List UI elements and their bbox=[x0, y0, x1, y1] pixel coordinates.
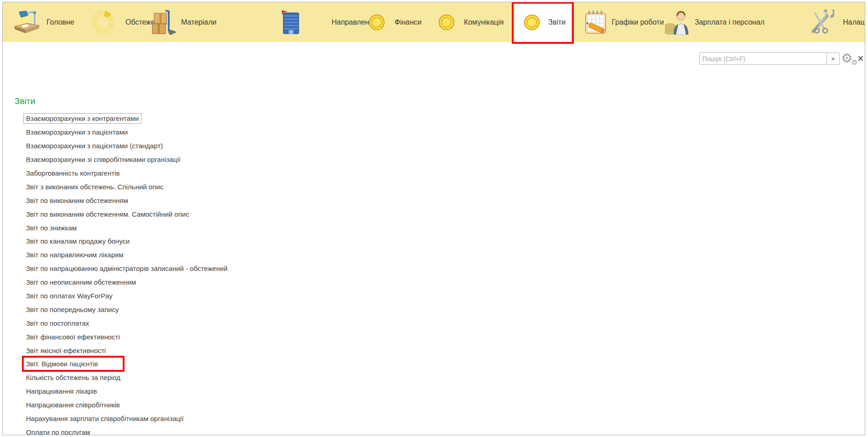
report-link-label: Звіт з виконаних обстежень. Спільний опи… bbox=[26, 183, 163, 191]
tab-home[interactable]: Головне bbox=[13, 2, 74, 42]
report-link-label: Заборгованність контрагентів bbox=[26, 169, 120, 177]
report-link[interactable]: Звіт по виконаним обстеженням. Самостійн… bbox=[3, 207, 865, 221]
report-link-label: Звіт по попередньому запису bbox=[26, 306, 119, 313]
report-link-label: Взаєморозрахунки з пацієнтами (стандарт) bbox=[26, 142, 163, 150]
report-link-label: Звіт по постоплатах bbox=[26, 319, 89, 327]
report-link[interactable]: Взаєморозрахунки з пацієнтами bbox=[3, 125, 865, 139]
tab-label: Фінанси bbox=[395, 18, 421, 26]
app-window: ГоловнеОбстеженняМатеріалиНаправленняФін… bbox=[2, 2, 865, 435]
report-link[interactable]: Оплати по послугам bbox=[3, 425, 865, 435]
report-link[interactable]: Звіт по виконаним обстеженням bbox=[3, 193, 865, 207]
report-link[interactable]: Звіт по оплатах WayForPay bbox=[3, 289, 865, 303]
report-link-label: Звіт по оплатах WayForPay bbox=[26, 292, 113, 300]
coin-icon bbox=[369, 14, 385, 31]
report-link-label: Звіт якісної ефективності bbox=[26, 347, 106, 354]
report-link[interactable]: Звіт фінансової ефективності bbox=[3, 330, 865, 343]
tab-work-schedules[interactable]: Графіки роботи bbox=[583, 2, 664, 42]
report-link-label: Звіт. Відмови пацієнтів bbox=[26, 360, 98, 368]
tab-label: Зарплата і персонал bbox=[695, 18, 764, 26]
report-link[interactable]: Звіт по постоплатах bbox=[3, 316, 865, 330]
person-coins-icon bbox=[664, 10, 691, 35]
report-link-label: Звіт по виконаним обстеженням bbox=[26, 197, 128, 204]
report-link[interactable]: Звіт по неописанним обстеженням bbox=[3, 276, 865, 289]
report-link-label: Звіт по знижкам bbox=[26, 224, 77, 232]
report-link-label: Нарахування зарплати співробітникам орга… bbox=[26, 415, 184, 422]
tools-icon bbox=[808, 10, 834, 35]
report-link[interactable]: Нарахування зарплати співробітникам орга… bbox=[3, 412, 865, 426]
report-link[interactable]: Кількість обстежень за період bbox=[3, 371, 865, 385]
report-link[interactable]: Взаєморозрахунки зі співробітниками орга… bbox=[3, 153, 865, 166]
small-gear-icon: ⚙ bbox=[852, 58, 858, 67]
building-icon bbox=[280, 10, 301, 35]
report-link-label: Кількість обстежень за період bbox=[26, 374, 120, 381]
report-link-label: Звіт по виконаним обстеженням. Самостійн… bbox=[26, 210, 189, 218]
report-link-label: Звіт фінансової ефективності bbox=[26, 333, 120, 341]
report-link[interactable]: Звіт по напрацюванню адміністраторів зап… bbox=[3, 262, 865, 276]
tab-label: Головне bbox=[47, 18, 74, 26]
report-link-label: Оплати по послугам bbox=[26, 428, 90, 435]
boxes-icon bbox=[151, 10, 177, 35]
tab-label: Комунікація bbox=[464, 18, 504, 26]
search-clear-button[interactable]: × bbox=[826, 52, 840, 65]
settings-gear-icon[interactable]: ⚙ ⚙ bbox=[841, 50, 857, 67]
report-link-label: Звіт по напрацюванню адміністраторів зап… bbox=[26, 265, 228, 272]
report-link[interactable]: Звіт по попередньому запису bbox=[3, 302, 865, 316]
report-link-label: Взаєморозрахунки зі співробітниками орга… bbox=[26, 156, 181, 163]
reports-list: Взаєморозрахунки з контрагентамиВзаєморо… bbox=[3, 112, 865, 435]
report-link[interactable]: Звіт по направляючим лікарям bbox=[3, 248, 865, 262]
page-title: Звіти bbox=[15, 96, 35, 106]
close-icon[interactable]: × bbox=[858, 52, 863, 65]
report-link[interactable]: Взаєморозрахунки з контрагентами bbox=[3, 112, 865, 125]
report-link[interactable]: Звіт по знижкам bbox=[3, 221, 865, 234]
report-link-label: Взаєморозрахунки з пацієнтами bbox=[26, 128, 128, 136]
report-link-label: Напрацювання співробітників bbox=[26, 401, 120, 409]
tab-label: Матеріали bbox=[181, 18, 217, 26]
report-link[interactable]: Напрацювання лікарів bbox=[3, 385, 865, 398]
desk-lamp-icon bbox=[13, 10, 41, 35]
tab-materials[interactable]: Матеріали bbox=[151, 2, 217, 42]
report-link[interactable]: Звіт по каналам продажу бонуси bbox=[3, 234, 865, 248]
report-link[interactable]: Звіт якісної ефективності bbox=[3, 343, 865, 357]
tab-label: Налаш bbox=[843, 18, 865, 26]
report-link[interactable]: Звіт. Відмови пацієнтів bbox=[3, 357, 865, 371]
report-link-label: Напрацювання лікарів bbox=[26, 387, 97, 395]
ribbon: ГоловнеОбстеженняМатеріалиНаправленняФін… bbox=[3, 2, 865, 42]
tab-referrals[interactable]: Направлення bbox=[280, 2, 377, 42]
report-link[interactable]: Звіт з виконаних обстежень. Спільний опи… bbox=[3, 180, 865, 193]
tab-salary-personnel[interactable]: Зарплата і персонал bbox=[664, 2, 764, 42]
tab-finance[interactable]: Фінанси bbox=[369, 2, 421, 42]
tab-label: Звіти bbox=[548, 18, 566, 26]
search-input[interactable] bbox=[699, 52, 827, 65]
coin-icon bbox=[524, 14, 540, 31]
spinner-icon bbox=[91, 10, 114, 34]
report-link-label: Взаєморозрахунки з контрагентами bbox=[23, 113, 141, 124]
report-link[interactable]: Взаєморозрахунки з пацієнтами (стандарт) bbox=[3, 139, 865, 153]
tab-label: Графіки роботи bbox=[612, 18, 664, 26]
notepad-pencil-icon bbox=[583, 10, 608, 35]
report-link-label: Звіт по каналам продажу бонуси bbox=[26, 237, 130, 245]
tab-reports[interactable]: Звіти bbox=[524, 2, 566, 42]
report-link-label: Звіт по направляючим лікарям bbox=[26, 251, 124, 259]
report-link[interactable]: Напрацювання співробітників bbox=[3, 398, 865, 412]
coin-icon bbox=[438, 14, 455, 31]
report-link[interactable]: Заборгованність контрагентів bbox=[3, 166, 865, 180]
report-link-label: Звіт по неописанним обстеженням bbox=[26, 278, 136, 286]
tab-communication[interactable]: Комунікація bbox=[438, 2, 504, 42]
tab-settings[interactable]: Налаш bbox=[808, 2, 865, 42]
